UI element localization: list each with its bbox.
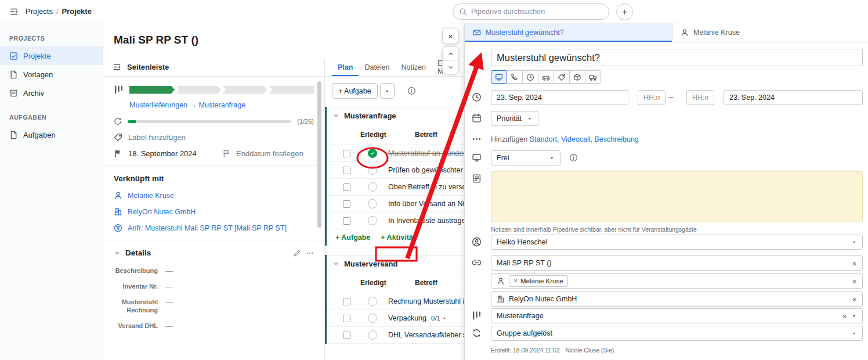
add-activity-link[interactable]: + Aktivität: [381, 233, 415, 242]
type-tag-button[interactable]: [554, 70, 570, 84]
task-done-toggle[interactable]: [368, 182, 377, 192]
clear-person-button[interactable]: ×: [852, 277, 857, 286]
link-icon: [472, 258, 482, 268]
remove-person-chip-button[interactable]: ×: [513, 278, 518, 285]
tab-activity-musterstuhl[interactable]: Musterstuhl gewünscht?: [465, 23, 672, 42]
phase-dropdown[interactable]: Musteranfrage ×: [491, 308, 863, 323]
activity-title-input[interactable]: [497, 52, 857, 63]
collapse-nav-icon[interactable]: [9, 7, 19, 16]
task-checkbox[interactable]: [343, 167, 350, 174]
edit-pencil-icon[interactable]: [293, 249, 301, 257]
task-row[interactable]: Prüfen ob gewünschter M: [327, 162, 464, 179]
breadcrumb-section[interactable]: Projects: [26, 7, 53, 16]
global-search[interactable]: [453, 3, 609, 20]
clear-project-button[interactable]: ×: [852, 259, 857, 268]
tab-person-melanie-kruse[interactable]: Melanie Kruse: [672, 23, 868, 42]
availability-dropdown[interactable]: Frei: [491, 150, 560, 165]
collapse-panel-icon[interactable]: [113, 63, 121, 71]
task-checkbox[interactable]: [343, 332, 350, 339]
next-item-button[interactable]: [443, 60, 458, 74]
add-task-link[interactable]: + Aufgabe: [335, 233, 370, 242]
type-package-button[interactable]: [569, 70, 585, 84]
task-done-toggle[interactable]: [368, 297, 377, 306]
label-row[interactable]: Label hinzufügen: [114, 133, 314, 142]
close-panel-button[interactable]: ×: [442, 28, 459, 44]
tab-notizen[interactable]: Notizen: [396, 58, 432, 76]
search-input[interactable]: [471, 8, 603, 16]
sidebar-item-projekte[interactable]: Projekte: [0, 46, 103, 65]
sidebar-item-archiv[interactable]: Archiv: [0, 84, 103, 102]
linked-organization[interactable]: RelyOn Nutec GmbH: [114, 207, 314, 216]
owner-dropdown[interactable]: Heiko Henschel: [491, 235, 863, 250]
task-row[interactable]: Info über Versand an Nic: [327, 196, 464, 213]
task-row[interactable]: DHL Versandaufkleber s: [327, 327, 464, 344]
type-monitor-button[interactable]: [491, 70, 507, 84]
type-task-button[interactable]: [522, 70, 538, 84]
task-checkbox[interactable]: [343, 217, 350, 225]
task-row[interactable]: In Inventarliste austragen: [327, 213, 464, 229]
linked-project-field[interactable]: Mali SP RP ST () ×: [491, 255, 863, 271]
add-task-button[interactable]: + Aufgabe: [332, 83, 378, 99]
sidebar-item-vorlagen[interactable]: Vorlagen: [0, 65, 103, 84]
type-car-button[interactable]: [538, 70, 554, 84]
start-date[interactable]: 18. September 2024: [128, 149, 197, 158]
sidebar-item-aufgaben[interactable]: Aufgaben: [0, 125, 103, 144]
info-icon[interactable]: [569, 153, 578, 162]
owner-person-icon: [472, 237, 482, 247]
more-options-icon: [472, 134, 482, 144]
detail-field: Beschreibung —: [114, 267, 314, 275]
quick-add-button[interactable]: +: [616, 3, 633, 20]
person-chip[interactable]: × Melanie Kruse: [509, 275, 568, 287]
task-done-toggle[interactable]: [368, 149, 377, 158]
end-date-input[interactable]: [729, 93, 857, 102]
plan-pane: Plan Dateien Notizen E-Mails + Aufgabe M…: [325, 58, 464, 360]
info-icon[interactable]: [407, 87, 416, 95]
task-checkbox[interactable]: [343, 200, 350, 208]
task-group-header[interactable]: Musteranfrage: [327, 107, 464, 124]
group-dropdown[interactable]: Gruppe aufgelöst: [491, 326, 863, 341]
end-time-input[interactable]: [692, 93, 708, 102]
type-call-button[interactable]: [507, 70, 523, 84]
task-done-toggle[interactable]: [368, 165, 377, 175]
end-date-link[interactable]: Enddatum festlegen: [236, 149, 303, 158]
note-textarea[interactable]: [491, 171, 863, 222]
task-checkbox[interactable]: [343, 298, 350, 305]
task-columns-header: Erledigt Betreff: [327, 272, 464, 293]
chevron-up-icon[interactable]: [114, 250, 121, 257]
task-checkbox[interactable]: [343, 150, 350, 157]
task-row[interactable]: Verpackung 0/1: [327, 310, 464, 327]
task-done-toggle[interactable]: [368, 330, 377, 340]
previous-item-button[interactable]: [443, 47, 458, 60]
linked-person-field[interactable]: × Melanie Kruse ×: [491, 273, 863, 289]
task-checkbox[interactable]: [343, 183, 350, 191]
task-checkbox[interactable]: [343, 315, 350, 322]
task-done-toggle[interactable]: [368, 314, 377, 323]
phase-progress-bar[interactable]: [129, 86, 314, 94]
task-done-toggle[interactable]: [368, 216, 377, 225]
add-label-link[interactable]: Label hinzufügen: [128, 133, 186, 142]
type-shipping-button[interactable]: [585, 70, 601, 84]
linked-person[interactable]: Melanie Kruse: [114, 191, 314, 200]
add-task-caret-button[interactable]: [380, 83, 395, 99]
task-row[interactable]: Oben Betreff in zu versch: [327, 179, 464, 196]
tab-plan[interactable]: Plan: [332, 58, 359, 76]
plan-toolbar: + Aufgabe: [325, 77, 464, 105]
linked-deal[interactable]: Anfr: Musterstuhl Mali SP RP ST [Mali SP…: [114, 224, 314, 232]
task-group-header[interactable]: Musterversand: [327, 255, 464, 272]
tab-dateien[interactable]: Dateien: [359, 58, 395, 76]
task-done-toggle[interactable]: [368, 199, 377, 208]
phase-breadcrumb-link[interactable]: Musterlieferungen → Musteranfrage: [114, 101, 314, 109]
scrollbar[interactable]: [317, 81, 321, 228]
add-fields-links[interactable]: Standort, Videocall, Beschreibung: [530, 135, 639, 143]
subtask-counter[interactable]: 0/1: [431, 315, 447, 322]
start-time-input[interactable]: [643, 93, 660, 102]
clear-phase-button[interactable]: ×: [842, 312, 847, 321]
detail-field: Inventar Nr. —: [114, 282, 314, 291]
task-row[interactable]: Musterablauf an Kunden: [327, 145, 464, 162]
clear-organization-button[interactable]: ×: [852, 295, 857, 304]
more-options-icon[interactable]: [306, 249, 314, 257]
start-date-input[interactable]: [497, 93, 623, 102]
organization-field[interactable]: RelyOn Nutec GmbH ×: [491, 291, 863, 307]
priority-dropdown[interactable]: Priorität: [491, 111, 538, 126]
task-row[interactable]: Rechnung Musterstuhl in: [327, 293, 464, 310]
